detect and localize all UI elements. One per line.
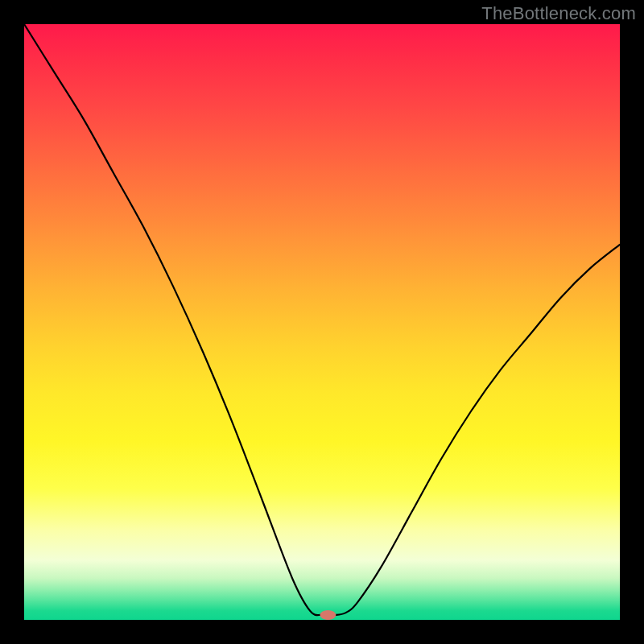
plot-area bbox=[24, 24, 620, 620]
curve-svg bbox=[24, 24, 620, 620]
chart-frame: TheBottleneck.com bbox=[0, 0, 644, 644]
attribution-label: TheBottleneck.com bbox=[481, 3, 636, 24]
optimal-point-marker bbox=[320, 610, 336, 620]
bottleneck-curve bbox=[24, 24, 620, 616]
